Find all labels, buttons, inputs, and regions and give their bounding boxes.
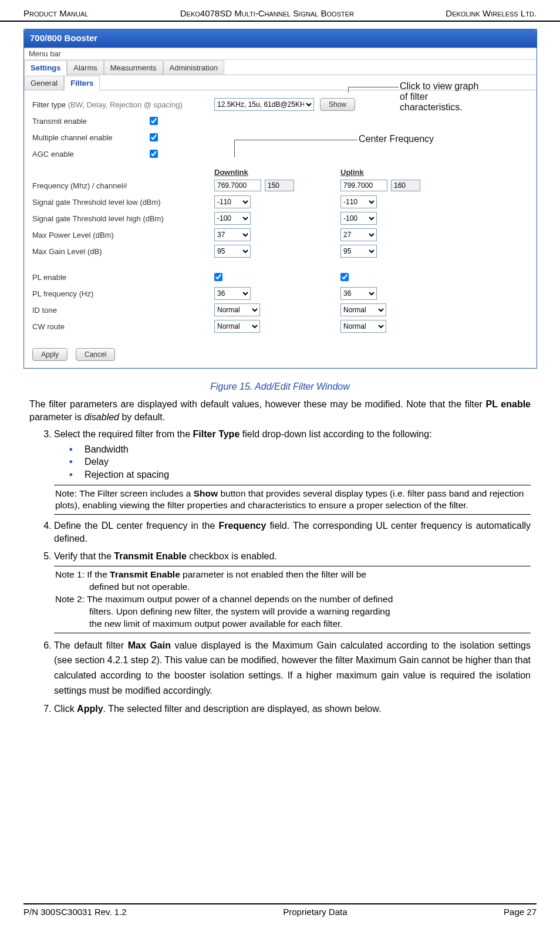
dl-max-gain-select[interactable]: 95 [214,245,251,258]
n2l1c: parameter is not enabled then the filter… [180,569,366,579]
step4b: Frequency [218,521,266,531]
sig-high-label: Signal gate Threshold level high (dBm) [32,214,214,223]
subtab-general[interactable]: General [24,76,64,90]
steps-list: Select the required filter from the Filt… [54,428,531,715]
step5b: Transmit Enable [114,551,187,561]
note-transmit: Note 1: If the Transmit Enable parameter… [54,566,531,633]
dl-sig-high-select[interactable]: -100 [214,212,251,225]
ul-sig-low-select[interactable]: -110 [340,195,377,208]
transmit-enable-checkbox[interactable] [150,117,158,125]
page-header: Product Manual Deko4078SD Multi-Channel … [0,0,560,22]
ul-max-gain-select[interactable]: 95 [340,245,377,258]
transmit-enable-label: Transmit enable [32,117,150,126]
bullet-bandwidth: Bandwidth [69,443,531,456]
filter-form: Filter type (BW, Delay, Rejection @ spac… [24,90,537,342]
ul-frequency-input[interactable] [340,180,387,191]
step3c: field drop-down list according to the fo… [239,429,431,439]
note1a: Note: The Filter screen includes a [55,488,194,498]
dl-pl-freq-select[interactable]: 36 [214,287,251,300]
dl-pl-enable-checkbox[interactable] [214,273,222,281]
para1a: The filter parameters are displayed with… [29,399,486,409]
show-button[interactable]: Show [320,98,355,111]
max-power-label: Max Power Level (dBm) [32,231,214,239]
id-tone-label: ID tone [32,306,214,315]
ul-sig-high-select[interactable]: -100 [340,212,377,225]
footer-left: P/N 300SC30031 Rev. 1.2 [23,907,127,917]
step-6: The default filter Max Gain value displa… [54,638,531,698]
ul-pl-enable-checkbox[interactable] [340,273,349,281]
column-headers: Downlink Uplink [32,168,528,177]
multiple-channel-enable-label: Multiple channel enable [32,133,150,142]
tab-measurements[interactable]: Measurments [104,60,163,75]
callout-cf-tick [234,140,235,157]
dl-channel-input[interactable] [265,180,294,191]
step-4: Define the DL center frequency in the Fr… [54,519,531,545]
ul-channel-input[interactable] [391,180,420,191]
dl-sig-low-select[interactable]: -110 [214,195,251,208]
n2l2a: Note 2: The maximum output power of a ch… [55,593,529,606]
dl-id-tone-select[interactable]: Normal [214,303,260,316]
ul-pl-freq-select[interactable]: 36 [340,287,377,300]
tab-settings[interactable]: Settings [24,60,67,75]
callout-cf-line [234,140,357,140]
transmit-enable-row: Transmit enable [32,114,528,128]
para1e: by default. [119,412,165,422]
multiple-channel-enable-checkbox[interactable] [150,133,158,141]
n2l1b: Transmit Enable [110,569,180,579]
apply-button[interactable]: Apply [32,348,68,361]
agc-enable-checkbox[interactable] [150,150,158,158]
app-window: 700/800 Booster Menu bar Settings Alarms… [23,29,537,369]
multiple-channel-enable-row: Multiple channel enable [32,130,528,144]
footer-center: Proprietary Data [283,907,347,917]
step-5: Verify that the Transmit Enable checkbox… [54,550,531,633]
tab-alarms[interactable]: Alarms [67,60,103,75]
step6a: The default filter [54,640,128,650]
callout-center-freq: Center Frequency [359,134,434,144]
dl-cw-route-select[interactable]: Normal [214,320,260,333]
form-buttons: Apply Cancel [24,342,537,368]
frequency-label: Frequency (Mhz) / channel# [32,181,214,190]
downlink-header: Downlink [214,168,340,177]
ul-cw-route-select[interactable]: Normal [340,320,386,333]
tab-administration[interactable]: Administration [163,60,224,75]
step3a: Select the required filter from the [54,429,193,439]
filter-type-select[interactable]: 12.5KHz, 15u, 61dB@25KHz [214,98,314,111]
pl-enable-label: PL enable [32,273,214,282]
cancel-button[interactable]: Cancel [76,348,115,361]
frequency-row: Frequency (Mhz) / channel# [32,178,528,193]
step5c: checkbox is enabled. [187,551,277,561]
page-footer: P/N 300SC30031 Rev. 1.2 Proprietary Data… [23,903,537,917]
ul-id-tone-select[interactable]: Normal [340,303,386,316]
note1b: Show [194,488,218,498]
id-tone-row: ID tone Normal Normal [32,302,528,318]
filter-type-hint: (BW, Delay, Rejection @ spacing) [68,100,183,109]
dl-frequency-input[interactable] [214,180,261,191]
step5a: Verify that the [54,551,114,561]
hdr-left: Product Manual [23,8,88,18]
ul-max-power-select[interactable]: 27 [340,228,377,241]
callout-show-tick [348,87,349,93]
step4a: Define the DL center frequency in the [54,521,218,531]
subtab-filters[interactable]: Filters [64,76,100,90]
n2l2b: filters. Upon defining new filter, the s… [55,606,529,618]
callout-show: Click to view graph of filter characteri… [400,81,535,113]
note-show: Note: The Filter screen includes a Show … [54,485,531,515]
n2l1a: Note 1: If the [55,569,110,579]
callout-show-line [348,87,399,87]
agc-enable-label: AGC enable [32,150,150,158]
callout-show-line2: of filter [400,92,535,102]
menu-bar: Menu bar [24,48,537,60]
pl-enable-row: PL enable [32,269,528,285]
uplink-header: Uplink [340,168,467,177]
agc-enable-row: AGC enable [32,147,528,161]
step7a: Click [54,704,77,714]
window-title: 700/800 Booster [24,29,537,48]
n2l2c: the new limit of maximum output power av… [55,618,529,630]
step6b: Max Gain [128,640,171,650]
footer-right: Page 27 [504,907,537,917]
dl-max-power-select[interactable]: 37 [214,228,251,241]
main-tabs: Settings Alarms Measurments Administrati… [24,60,537,75]
callout-show-line1: Click to view graph [400,81,535,92]
callout-show-line3: characteristics. [400,102,535,113]
hdr-center: Deko4078SD Multi-Channel Signal Booster [180,8,354,18]
